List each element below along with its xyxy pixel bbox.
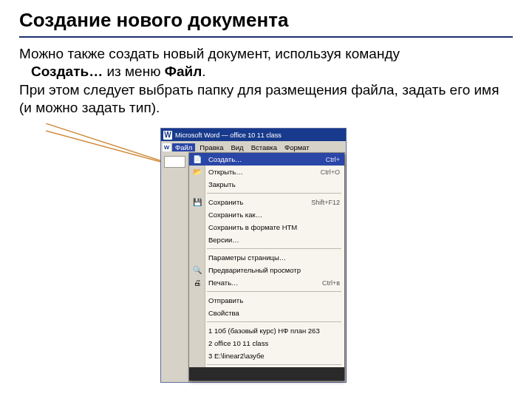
menu-item-label: Свойства xyxy=(208,309,340,317)
menu-item[interactable]: Сохранить как… xyxy=(189,208,344,221)
menu-item-shortcut: Ctrl+ xyxy=(326,156,340,163)
slide-body: Можно также создать новый документ, испо… xyxy=(19,45,513,117)
menu-item-icon: 📄 xyxy=(191,154,202,164)
word-logo-icon: W xyxy=(163,131,172,140)
menu-item-icon-empty xyxy=(191,180,202,189)
menu-item[interactable]: Закрыть xyxy=(189,178,344,191)
menu-item-icon-empty xyxy=(191,210,202,219)
menu-item[interactable]: Свойства xyxy=(189,307,344,319)
menu-item-label: Отправить xyxy=(208,296,340,304)
menu-insert[interactable]: Вставка xyxy=(248,143,280,151)
menu-separator xyxy=(207,193,341,194)
kw-create: Создать… xyxy=(31,64,103,79)
menu-item[interactable]: 🖨Печать…Ctrl+в xyxy=(189,276,344,289)
menu-item-shortcut: Shift+F12 xyxy=(311,199,340,206)
menu-item[interactable]: 🔍Предварительный просмотр xyxy=(189,264,344,276)
menu-item-label: 2 office 10 11 class xyxy=(208,339,340,347)
menu-item[interactable]: 1 10б (базовый курс) НФ план 263 xyxy=(189,324,344,337)
menu-item[interactable]: 3 E:\linear2\азубе xyxy=(189,349,344,362)
left-gutter xyxy=(161,153,189,382)
word-doc-icon: W xyxy=(163,143,171,151)
menu-item-icon: 💾 xyxy=(191,197,202,207)
menu-file[interactable]: Файл xyxy=(172,143,195,151)
menu-item[interactable]: Сохранить в формате HTM xyxy=(189,221,344,233)
menu-separator xyxy=(207,248,341,249)
menu-item-label: Печать… xyxy=(208,279,322,287)
menu-item-label: Закрыть xyxy=(208,180,340,188)
menu-view[interactable]: Вид xyxy=(228,143,246,151)
menu-separator xyxy=(207,321,341,322)
menu-item-icon-empty xyxy=(191,222,202,232)
slide-title: Создание нового документа xyxy=(19,9,513,38)
menu-item-icon-empty xyxy=(191,308,202,318)
style-box[interactable] xyxy=(164,156,185,168)
menu-item[interactable]: 2 office 10 11 class xyxy=(189,337,344,349)
body-text-1: Можно также создать новый документ, испо… xyxy=(19,46,400,61)
menu-item[interactable]: 📄Создать…Ctrl+ xyxy=(189,153,344,166)
kw-file: Файл xyxy=(165,64,202,79)
word-screenshot: W Microsoft Word — office 10 11 class W … xyxy=(161,129,346,382)
menu-format[interactable]: Формат xyxy=(282,143,313,151)
menu-item-icon-empty xyxy=(191,296,202,305)
menu-item-label: Открыть… xyxy=(208,168,321,176)
menu-item-icon-empty xyxy=(191,326,202,335)
menu-item-icon-empty xyxy=(191,235,202,245)
menu-separator xyxy=(207,291,341,292)
menu-item-icon-empty xyxy=(191,338,202,348)
menu-item-icon-empty xyxy=(191,253,202,262)
menu-item-icon-empty xyxy=(191,351,202,361)
menu-item-label: Сохранить в формате HTM xyxy=(208,223,340,231)
menu-item-label: Создать… xyxy=(208,155,326,163)
window-titlebar: W Microsoft Word — office 10 11 class xyxy=(161,129,346,141)
menu-item-icon: 🔍 xyxy=(191,265,202,275)
menubar: W Файл Правка Вид Вставка Формат xyxy=(161,141,346,153)
window-title: Microsoft Word — office 10 11 class xyxy=(175,132,344,139)
menu-separator xyxy=(207,364,341,365)
menu-item[interactable]: 💾СохранитьShift+F12 xyxy=(189,196,344,208)
menu-item-label: Параметры страницы… xyxy=(208,253,340,262)
body-text-3: При этом следует выбрать папку для разме… xyxy=(19,82,499,115)
menu-item-label: 1 10б (базовый курс) НФ план 263 xyxy=(208,327,340,335)
menu-item-shortcut: Ctrl+О xyxy=(321,168,340,176)
body-text-2c: . xyxy=(202,64,205,79)
menu-item[interactable]: Выход xyxy=(189,367,344,381)
menu-item-label: Сохранить как… xyxy=(208,211,340,219)
menu-item[interactable]: 📂Открыть…Ctrl+О xyxy=(189,166,344,178)
menu-item[interactable]: Версии… xyxy=(189,233,344,246)
menu-item-label: 3 E:\linear2\азубе xyxy=(208,352,340,360)
menu-item-shortcut: Ctrl+в xyxy=(322,279,340,287)
menu-item-label: Сохранить xyxy=(208,198,311,206)
menu-item[interactable]: Отправить xyxy=(189,294,344,307)
body-text-2: из меню xyxy=(106,64,164,79)
menu-item-label: Предварительный просмотр xyxy=(208,266,340,274)
menu-item-icon: 📂 xyxy=(191,167,202,177)
menu-edit[interactable]: Правка xyxy=(197,143,226,151)
menu-item-label: Версии… xyxy=(208,236,340,244)
file-dropdown: 📄Создать…Ctrl+📂Открыть…Ctrl+ОЗакрыть💾Сох… xyxy=(189,153,344,381)
menu-item[interactable]: Параметры страницы… xyxy=(189,251,344,264)
menu-item-icon: 🖨 xyxy=(191,278,202,287)
